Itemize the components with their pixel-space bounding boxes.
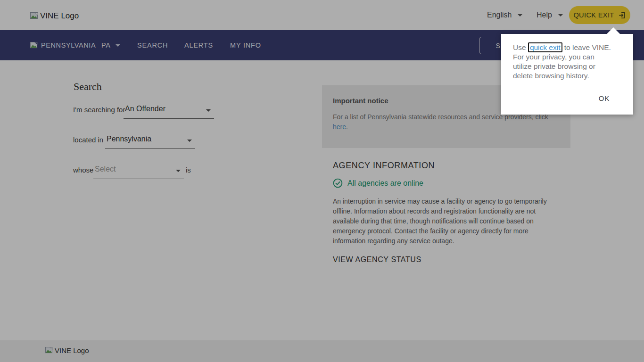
tooltip-quick-exit-link[interactable]: quick exit [528, 42, 562, 52]
tooltip-arrow-icon [607, 27, 620, 34]
tooltip-text: Use quick exit to leave VINE. For your p… [513, 43, 611, 81]
quick-exit-tooltip: Use quick exit to leave VINE. For your p… [501, 34, 633, 115]
tooltip-text-before: Use [513, 43, 528, 51]
tooltip-ok-button[interactable]: OK [599, 94, 610, 102]
